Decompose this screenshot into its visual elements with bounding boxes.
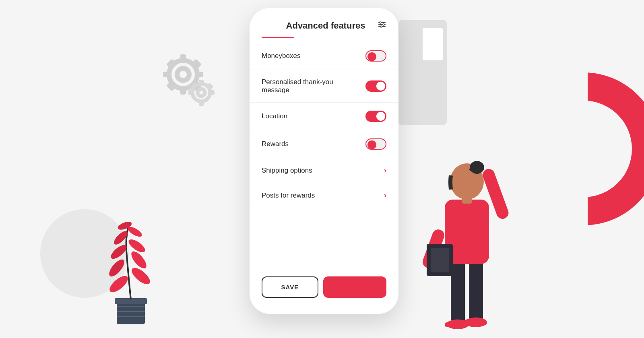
settings-item-thankyou[interactable]: Personalised thank-you message xyxy=(250,70,398,103)
moneyboxes-toggle-knob xyxy=(367,52,376,61)
svg-rect-15 xyxy=(199,80,204,85)
phone-footer: SAVE xyxy=(250,268,398,314)
thankyou-label-line2: message xyxy=(262,86,333,94)
rewards-toggle-knob xyxy=(367,140,376,149)
settings-item-rewards[interactable]: Rewards xyxy=(250,130,398,158)
settings-item-shipping[interactable]: Shipping options › xyxy=(250,158,398,183)
svg-point-33 xyxy=(129,265,153,287)
svg-rect-7 xyxy=(163,72,171,77)
svg-point-35 xyxy=(129,249,149,271)
thankyou-toggle-knob xyxy=(376,82,385,91)
bg-donut-shape xyxy=(507,72,644,225)
svg-rect-18 xyxy=(209,90,215,95)
settings-item-posts[interactable]: Posts for rewards › xyxy=(250,183,398,208)
location-label: Location xyxy=(262,112,287,120)
moneyboxes-label: Moneyboxes xyxy=(262,52,300,60)
svg-point-24 xyxy=(380,22,381,23)
svg-point-14 xyxy=(198,89,205,96)
svg-rect-9 xyxy=(166,59,176,68)
thankyou-toggle[interactable] xyxy=(365,80,386,92)
person-illustration xyxy=(411,111,523,338)
svg-point-37 xyxy=(127,237,147,255)
svg-rect-8 xyxy=(195,72,203,77)
posts-label: Posts for rewards xyxy=(262,192,315,200)
svg-rect-6 xyxy=(180,87,186,95)
settings-list: Moneyboxes Personalised thank-you messag… xyxy=(250,42,398,268)
page-title: Advanced features xyxy=(274,21,378,31)
moneyboxes-toggle[interactable] xyxy=(365,50,386,62)
filter-icon[interactable] xyxy=(378,20,386,31)
svg-rect-42 xyxy=(469,260,483,322)
rewards-label: Rewards xyxy=(262,140,289,148)
settings-item-moneyboxes[interactable]: Moneyboxes xyxy=(250,42,398,70)
plant-decoration xyxy=(89,208,169,330)
phone-mockup: Advanced features Moneyboxes Personalise xyxy=(250,8,398,314)
gear-decorations xyxy=(153,48,217,114)
svg-point-25 xyxy=(383,24,384,25)
svg-rect-5 xyxy=(180,54,186,62)
svg-rect-16 xyxy=(199,100,204,106)
phone-header: Advanced features xyxy=(250,8,398,37)
primary-button[interactable] xyxy=(323,276,386,298)
thankyou-label-container: Personalised thank-you message xyxy=(262,78,333,94)
svg-point-32 xyxy=(107,273,130,295)
svg-point-4 xyxy=(177,68,189,80)
svg-rect-17 xyxy=(188,90,194,95)
door-decoration xyxy=(398,20,447,125)
thankyou-label-line1: Personalised thank-you xyxy=(262,78,333,86)
accent-line xyxy=(262,37,294,38)
svg-point-26 xyxy=(380,26,382,27)
location-toggle[interactable] xyxy=(365,111,386,122)
location-toggle-knob xyxy=(376,112,385,121)
save-button[interactable]: SAVE xyxy=(262,276,318,298)
posts-chevron-icon: › xyxy=(384,191,386,200)
svg-rect-41 xyxy=(451,260,465,324)
svg-rect-46 xyxy=(445,322,467,327)
rewards-toggle[interactable] xyxy=(365,138,386,150)
door-window xyxy=(423,28,443,60)
shipping-label: Shipping options xyxy=(262,167,312,175)
svg-rect-51 xyxy=(431,248,449,272)
svg-point-34 xyxy=(107,257,127,279)
shipping-chevron-icon: › xyxy=(384,166,386,175)
svg-rect-54 xyxy=(462,196,472,204)
settings-item-location[interactable]: Location xyxy=(250,103,398,130)
